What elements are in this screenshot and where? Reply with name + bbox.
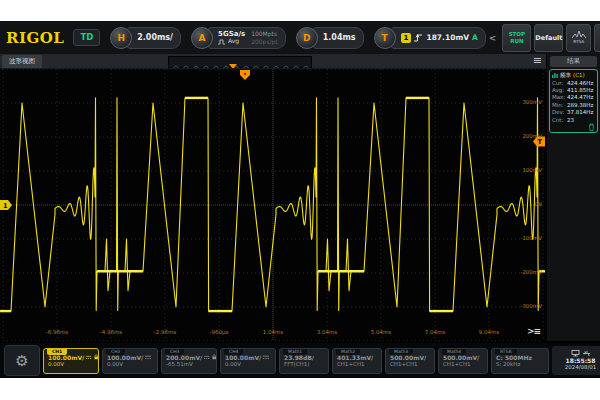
toolbar-buttons: < STOP RUN Default RTSA 测量 xyxy=(486,24,600,52)
h-knob-icon[interactable]: H xyxy=(110,27,132,49)
lock-icon xyxy=(212,354,216,360)
trigger-position-marker[interactable] xyxy=(240,70,250,80)
delay-control[interactable]: D 1.04ms xyxy=(296,27,364,49)
stop-run-button[interactable]: STOP RUN xyxy=(502,24,531,52)
sample-resolution: 200ps/pt xyxy=(251,38,278,45)
box-tab: Math2 xyxy=(336,349,360,356)
waveform-svg: 1T xyxy=(0,69,546,342)
memory-overview-strip[interactable] xyxy=(168,56,312,68)
trash-icon[interactable] xyxy=(588,123,595,131)
view-tab-bar: 波形视图 ≡ xyxy=(0,54,546,68)
measurement-channel: (C1) xyxy=(573,72,585,78)
acq-mode: Avg xyxy=(228,38,239,45)
waveform-view-tab[interactable]: 波形视图 xyxy=(2,55,42,68)
box-tab: CH4 xyxy=(224,349,243,356)
svg-text:T: T xyxy=(538,138,543,146)
math-box-math4[interactable]: Math4500.00mV/CH1+CH1 xyxy=(438,348,488,374)
measurement-rows: Cur:424.46HzAvg:411.85HzMax:424.47HzMin:… xyxy=(552,80,595,125)
box-tab: Math3 xyxy=(389,349,413,356)
measurement-row: Dev:37.814Hz xyxy=(552,109,595,116)
offset-value: FFT(CH1) xyxy=(284,361,328,368)
channel-box-ch4[interactable]: CH4100.00mV/0.00V xyxy=(220,348,276,374)
results-header: 结果 xyxy=(550,56,597,67)
horizontal-scale-control[interactable]: H 2.00ms/ xyxy=(110,27,181,49)
box-tab: CH2 xyxy=(106,349,125,356)
math-boxes: Math123.98dB/FFT(CH1)Math2401.33mV/CH1+C… xyxy=(279,348,488,374)
rtsa-span: S: 20kHz xyxy=(496,361,548,368)
dc-coupling-icon xyxy=(263,355,269,360)
math-box-math1[interactable]: Math123.98dB/FFT(CH1) xyxy=(279,348,329,374)
rising-edge-icon xyxy=(414,33,423,43)
time-axis-label: 5.04ms xyxy=(371,329,391,335)
delay-value: 1.04ms xyxy=(313,27,364,49)
measurement-row: Min:289.38Hz xyxy=(552,102,595,109)
voltage-axis-label: 300mV xyxy=(522,99,542,105)
dc-coupling-icon xyxy=(145,355,151,360)
voltage-axis-label: -100mV xyxy=(520,235,542,241)
dc-coupling-icon xyxy=(204,355,209,360)
d-knob-icon[interactable]: D xyxy=(296,27,318,49)
trigger-coupling: A xyxy=(472,33,478,42)
lan-icon xyxy=(571,350,580,357)
offset-value: CH1+CH1 xyxy=(337,361,381,368)
expand-results-icon[interactable]: >≡ xyxy=(527,326,540,336)
clock-time: 18:55:58 xyxy=(566,357,596,365)
horizontal-scale-value: 2.00ms/ xyxy=(127,27,181,49)
box-tab: CH3 xyxy=(165,349,184,356)
screenshot-frame: RIGOL TD H 2.00ms/ A 5GSa/s Avg 100Mpts … xyxy=(0,0,600,400)
acq-mode-icon xyxy=(218,39,226,45)
math-box-math3[interactable]: Math3500.00mV/CH1+CH1 xyxy=(385,348,435,374)
channel-box-ch2[interactable]: CH2100.00mV/0.00V xyxy=(102,348,158,374)
rtsa-button[interactable]: RTSA xyxy=(566,24,591,52)
usb-icon xyxy=(583,350,591,357)
offset-value: -65.51mV xyxy=(166,361,216,368)
svg-text:1: 1 xyxy=(3,202,8,210)
time-axis-label: -6.96ms xyxy=(46,329,68,335)
time-axis-label: -960μs xyxy=(210,329,229,335)
gear-icon: ⚙ xyxy=(15,352,28,370)
voltage-axis-label: 100mV xyxy=(522,167,542,173)
a-knob-icon[interactable]: A xyxy=(191,27,213,49)
box-tab: CH1 xyxy=(47,349,67,356)
rtsa-label: RTSA xyxy=(573,40,584,44)
measure-button[interactable]: 测量 xyxy=(594,24,600,52)
ch1-offset-marker[interactable]: 1 xyxy=(0,200,12,210)
trigger-info: 1 187.10mV A xyxy=(391,27,486,49)
acquisition-control[interactable]: A 5GSa/s Avg 100Mpts 200ps/pt xyxy=(191,27,286,49)
math-box-math2[interactable]: Math2401.33mV/CH1+CH1 xyxy=(332,348,382,374)
time-axis-label: 9.04ms xyxy=(479,329,499,335)
offset-value: 0.00V xyxy=(48,361,98,368)
channel-box-ch1[interactable]: CH1100.00mV/0.00V xyxy=(43,348,99,374)
waveform-display[interactable]: 1T -6.96ms-4.96ms-2.96ms-960μs1.04ms3.04… xyxy=(0,68,546,341)
hamburger-menu-icon[interactable]: ≡ xyxy=(533,54,542,68)
measurement-card[interactable]: 频率 (C1) Cur:424.46HzAvg:411.85HzMax:424.… xyxy=(549,69,598,134)
offset-value: 0.00V xyxy=(225,361,275,368)
default-button[interactable]: Default xyxy=(534,24,563,52)
trigger-level-value: 187.10mV xyxy=(426,33,469,42)
results-sidebar: 结果 频率 (C1) Cur:424.46HzAvg:411.85HzMax:4… xyxy=(546,54,600,341)
t-knob-icon[interactable]: T xyxy=(374,27,396,49)
time-axis-label: 7.04ms xyxy=(425,329,445,335)
settings-button[interactable]: ⚙ xyxy=(4,345,40,376)
rigol-logo: RIGOL xyxy=(6,29,64,47)
measurement-row: Avg:411.85Hz xyxy=(552,87,595,94)
measurement-row: Cur:424.46Hz xyxy=(552,80,595,87)
top-toolbar: RIGOL TD H 2.00ms/ A 5GSa/s Avg 100Mpts … xyxy=(0,21,600,54)
clock-date: 2024/08/01 xyxy=(565,364,597,371)
chevron-left-icon[interactable]: < xyxy=(489,33,497,43)
clock-box[interactable]: 18:55:58 2024/08/01 xyxy=(552,346,600,375)
spectrum-icon xyxy=(572,30,586,39)
channel-box-ch3[interactable]: CH3200.00mV/-65.51mV xyxy=(161,348,217,374)
acquisition-info: 5GSa/s Avg 100Mpts 200ps/pt xyxy=(208,27,286,49)
box-tab: Math1 xyxy=(283,349,307,356)
time-axis-label: -2.96ms xyxy=(154,329,176,335)
channel-boxes: CH1100.00mV/0.00VCH2100.00mV/0.00VCH3200… xyxy=(43,348,276,374)
bottom-status-bar: ⚙ CH1100.00mV/0.00VCH2100.00mV/0.00VCH32… xyxy=(0,343,600,378)
time-axis-label: 1.04ms xyxy=(263,329,283,335)
lock-icon xyxy=(94,354,98,360)
offset-value: CH1+CH1 xyxy=(443,361,487,368)
offset-value: 0.00V xyxy=(107,361,157,368)
rtsa-status-box[interactable]: RTSA C: 500MHz S: 20kHz xyxy=(491,348,549,374)
rtsa-tab: RTSA xyxy=(495,349,517,356)
trigger-control[interactable]: T 1 187.10mV A xyxy=(374,27,486,49)
